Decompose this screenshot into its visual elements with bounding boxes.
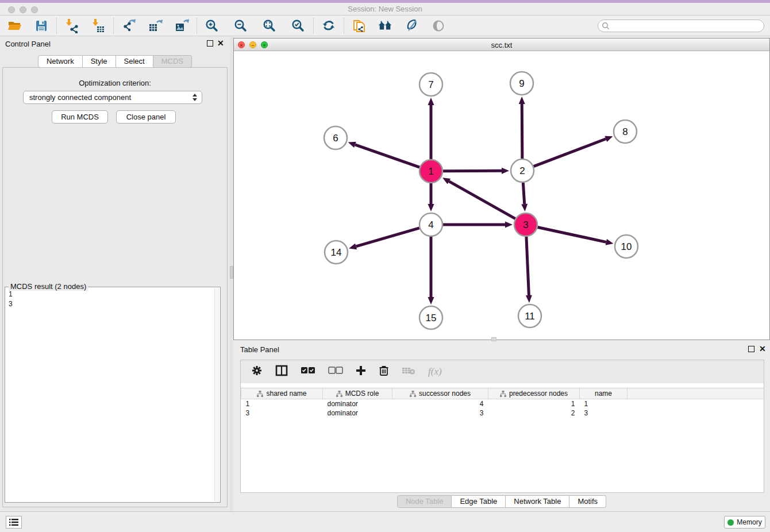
os-titlebar: Session: New Session: [0, 0, 770, 16]
graph-node-label-7: 7: [428, 79, 433, 90]
clone-network-icon[interactable]: [352, 18, 367, 33]
column-header-mcds-role[interactable]: MCDS role: [323, 388, 392, 399]
tab-network[interactable]: Network: [38, 55, 83, 68]
delete-row-trash-icon[interactable]: [379, 365, 389, 379]
table-row[interactable]: 3 dominator 3 2 3: [241, 408, 764, 418]
zoom-selected-icon[interactable]: [291, 18, 306, 33]
network-view-window: × − + scc.txt 7968124314101511: [233, 38, 770, 340]
column-header-name[interactable]: name: [580, 388, 627, 399]
graph-edge-3-11[interactable]: [526, 237, 529, 295]
table-float-panel-icon[interactable]: [748, 346, 754, 352]
cell-shared-name[interactable]: 1: [241, 399, 323, 408]
memory-label: Memory: [737, 518, 761, 526]
table-row[interactable]: 1 dominator 4 1 1: [241, 399, 764, 408]
graph-node-label-3: 3: [523, 219, 528, 230]
column-header-shared-name[interactable]: shared name: [241, 388, 323, 399]
cell-name[interactable]: 1: [580, 399, 627, 408]
table-panel: Table Panel ✕: [233, 342, 770, 511]
cell-shared-name[interactable]: 3: [241, 408, 323, 418]
show-columns-icon[interactable]: [275, 365, 288, 379]
criterion-select[interactable]: strongly connected component: [23, 91, 202, 104]
zoom-in-icon[interactable]: [205, 18, 220, 33]
column-header-predecessor-nodes[interactable]: predecessor nodes: [488, 388, 580, 399]
graph-node-label-14: 14: [331, 247, 342, 258]
cell-mcds-role[interactable]: dominator: [323, 408, 392, 418]
graph-node-label-8: 8: [622, 126, 627, 137]
control-panel-header: Control Panel ✕: [0, 36, 230, 51]
export-table-icon[interactable]: [148, 18, 163, 33]
graph-arrowhead-3-11: [526, 295, 532, 303]
network-window-titlebar: × − + scc.txt: [234, 38, 769, 51]
zoom-fit-icon[interactable]: [262, 18, 277, 33]
tab-network-table[interactable]: Network Table: [506, 495, 569, 508]
search-input[interactable]: [598, 20, 764, 32]
table-settings-gear-icon[interactable]: [251, 365, 263, 379]
cell-mcds-role[interactable]: dominator: [323, 399, 392, 408]
close-panel-button[interactable]: Close panel: [116, 110, 176, 124]
tab-node-table[interactable]: Node Table: [397, 495, 452, 508]
run-mcds-button[interactable]: Run MCDS: [52, 110, 108, 124]
unselect-all-columns-icon[interactable]: [328, 367, 343, 377]
graph-arrowhead-4-15: [428, 297, 434, 304]
show-hide-icon[interactable]: [431, 18, 446, 33]
result-scrollbar[interactable]: [214, 288, 220, 502]
graph-node-label-9: 9: [519, 78, 524, 89]
graph-edge-2-3[interactable]: [523, 183, 524, 204]
task-history-button[interactable]: [6, 516, 22, 529]
mcds-result-list: 1 3: [9, 290, 13, 309]
network-graph: 7968124314101511: [234, 51, 769, 340]
close-panel-icon[interactable]: ✕: [217, 38, 224, 48]
graph-arrowhead-2-9: [519, 97, 525, 104]
node-table: shared name MCDS role successor nodes pr…: [241, 388, 764, 418]
tab-edge-table[interactable]: Edge Table: [452, 495, 506, 508]
import-network-icon[interactable]: [64, 18, 79, 33]
graph-edge-4-14[interactable]: [356, 228, 419, 246]
export-image-icon[interactable]: [174, 18, 189, 33]
titlebar-accent: [0, 0, 770, 3]
memory-button[interactable]: Memory: [724, 516, 765, 529]
column-header-successor-nodes[interactable]: successor nodes: [392, 388, 488, 399]
graph-edge-3-10[interactable]: [538, 227, 606, 242]
function-builder-icon: f(x): [428, 366, 442, 377]
first-neighbors-icon[interactable]: [378, 18, 393, 33]
zoom-out-icon[interactable]: [233, 18, 248, 33]
cell-name[interactable]: 3: [580, 408, 627, 418]
horizontal-splitter-grip[interactable]: [491, 337, 496, 341]
graph-node-label-11: 11: [525, 311, 535, 322]
graph-arrowhead-3-10: [606, 239, 614, 245]
status-bar: Memory: [0, 511, 770, 532]
graph-node-label-4: 4: [428, 219, 433, 230]
graph-arrowhead-1-2: [502, 168, 509, 174]
network-canvas[interactable]: 7968124314101511: [234, 51, 769, 340]
graph-edge-2-9[interactable]: [522, 104, 522, 159]
tab-select[interactable]: Select: [116, 55, 153, 68]
tab-mcds[interactable]: MCDS: [153, 55, 192, 68]
control-panel: Control Panel ✕ Network Style Select MCD…: [0, 36, 230, 511]
cell-successor-nodes[interactable]: 3: [392, 408, 488, 418]
graph-edge-2-8[interactable]: [534, 139, 606, 167]
search-icon: [602, 22, 610, 30]
cell-successor-nodes[interactable]: 4: [392, 399, 488, 408]
mcds-result-line: 1: [9, 290, 13, 299]
cell-predecessor-nodes[interactable]: 1: [488, 399, 580, 408]
tab-style[interactable]: Style: [83, 55, 116, 68]
table-close-panel-icon[interactable]: ✕: [759, 344, 766, 353]
select-all-columns-icon[interactable]: [301, 367, 315, 377]
apply-layout-icon[interactable]: [321, 18, 336, 33]
graph-edge-3-1[interactable]: [449, 182, 515, 219]
criterion-value: strongly connected component: [29, 93, 131, 102]
import-table-icon[interactable]: [91, 18, 106, 33]
float-panel-icon[interactable]: [207, 40, 213, 47]
tab-motifs[interactable]: Motifs: [569, 495, 606, 508]
open-session-icon[interactable]: [7, 18, 22, 33]
apply-style-icon[interactable]: [405, 18, 419, 33]
cell-predecessor-nodes[interactable]: 2: [488, 408, 580, 418]
add-column-icon[interactable]: [356, 365, 366, 378]
graph-edge-1-2[interactable]: [443, 171, 502, 171]
mcds-result-title: MCDS result (2 nodes): [9, 282, 88, 291]
save-session-icon[interactable]: [34, 18, 49, 33]
column-type-icon: [500, 391, 506, 397]
graph-arrowhead-1-6: [348, 142, 356, 148]
export-network-icon[interactable]: [121, 18, 136, 33]
graph-edge-1-6[interactable]: [355, 145, 419, 167]
